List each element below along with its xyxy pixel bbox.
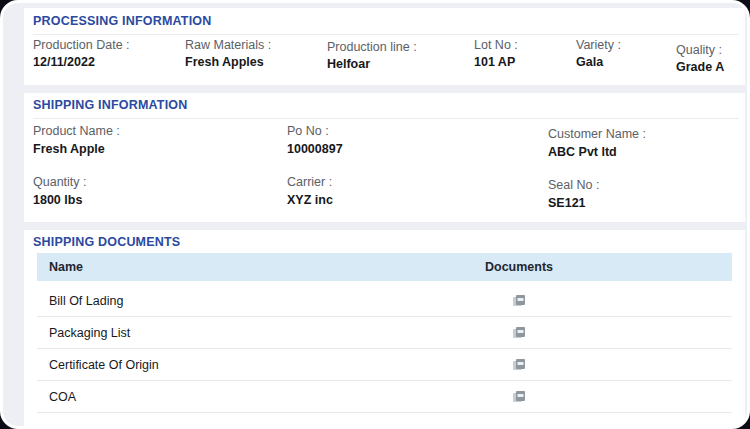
processing-information-card: PROCESSING INFORMATION Production Date :…: [24, 8, 745, 85]
shipping-information-card: SHIPPING INFORMATION Product Name : Fres…: [24, 93, 745, 222]
documents-section-title: SHIPPING DOCUMENTS: [33, 235, 739, 250]
field-value: XYZ inc: [287, 193, 548, 208]
field-lot-no: Lot No : 101 AP: [474, 38, 576, 75]
documents-table-header: Name Documents: [37, 253, 732, 281]
field-value: ABC Pvt ltd: [548, 145, 739, 160]
table-row-certificate-of-origin: Certificate Of Origin: [37, 349, 732, 381]
field-value: 12/11/2022: [33, 55, 185, 70]
field-value: 1800 lbs: [33, 193, 287, 208]
document-name: COA: [37, 390, 485, 404]
shipping-section-title: SHIPPING INFORMATION: [33, 98, 739, 113]
field-value: Gala: [576, 55, 676, 70]
field-label: Production Date :: [33, 38, 185, 53]
field-value: SE121: [548, 196, 739, 211]
pdf-file-icon[interactable]: [512, 294, 526, 307]
table-row-bill-of-lading: Bill Of Lading: [37, 285, 732, 317]
field-value: Fresh Apple: [33, 142, 287, 157]
table-row-packaging-list: Packaging List: [37, 317, 732, 349]
field-label: Carrier :: [287, 175, 548, 190]
field-raw-materials: Raw Materials : Fresh Apples: [185, 38, 327, 75]
processing-section-title: PROCESSING INFORMATION: [33, 14, 739, 29]
document-name: Packaging List: [37, 326, 485, 340]
field-label: Quality :: [676, 43, 739, 58]
pdf-file-icon[interactable]: [512, 358, 526, 371]
shipping-documents-card: SHIPPING DOCUMENTS Name Documents Bill O…: [24, 230, 745, 426]
field-value: Helfoar: [327, 57, 474, 72]
field-label: Raw Materials :: [185, 38, 327, 53]
field-value: Grade A: [676, 60, 739, 75]
field-quantity: Quantity : 1800 lbs: [33, 175, 287, 211]
document-name: Certificate Of Origin: [37, 358, 485, 372]
shipping-fields-grid: Product Name : Fresh Apple Po No : 10000…: [33, 124, 739, 226]
field-product-name: Product Name : Fresh Apple: [33, 124, 287, 160]
field-value: 101 AP: [474, 55, 576, 70]
processing-title-row: PROCESSING INFORMATION: [33, 14, 739, 35]
column-header-documents: Documents: [485, 260, 732, 274]
column-header-name: Name: [37, 260, 485, 274]
field-label: Po No :: [287, 124, 548, 139]
shipping-title-row: SHIPPING INFORMATION: [33, 98, 739, 119]
field-production-date: Production Date : 12/11/2022: [33, 38, 185, 75]
field-label: Quantity :: [33, 175, 287, 190]
field-label: Variety :: [576, 38, 676, 53]
documents-table: Name Documents Bill Of Lading Packa: [37, 253, 732, 413]
field-seal-no: Seal No : SE121: [548, 175, 739, 211]
document-name: Bill Of Lading: [37, 294, 485, 308]
page-frame: PROCESSING INFORMATION Production Date :…: [0, 0, 750, 429]
processing-fields-row: Production Date : 12/11/2022 Raw Materia…: [33, 38, 739, 75]
field-customer-name: Customer Name : ABC Pvt ltd: [548, 124, 739, 160]
field-production-line: Production line : Helfoar: [327, 38, 474, 75]
field-label: Product Name :: [33, 124, 287, 139]
field-label: Customer Name :: [548, 127, 739, 142]
field-quality: Quality : Grade A: [676, 38, 739, 75]
field-carrier: Carrier : XYZ inc: [287, 175, 548, 211]
pdf-file-icon[interactable]: [512, 326, 526, 339]
field-po-no: Po No : 10000897: [287, 124, 548, 160]
field-value: 10000897: [287, 142, 548, 157]
pdf-file-icon[interactable]: [512, 390, 526, 403]
field-variety: Variety : Gala: [576, 38, 676, 75]
field-label: Lot No :: [474, 38, 576, 53]
field-label: Seal No :: [548, 178, 739, 193]
table-row-coa: COA: [37, 381, 732, 413]
field-value: Fresh Apples: [185, 55, 327, 70]
field-label: Production line :: [327, 40, 474, 55]
